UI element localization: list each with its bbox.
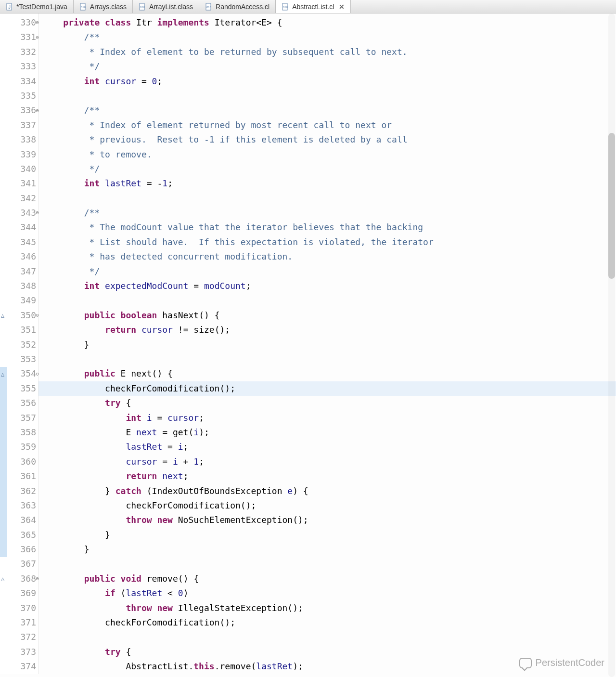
code-line[interactable]: public E next() { <box>38 366 616 381</box>
scrollbar-thumb[interactable] <box>608 133 615 279</box>
line-number[interactable]: 367 <box>0 557 38 571</box>
code-line[interactable]: checkForComodification(); <box>38 498 616 513</box>
line-number[interactable]: 346 <box>0 249 38 264</box>
line-number[interactable]: 361 <box>0 469 38 483</box>
editor-tab[interactable]: 010Arrays.class <box>74 0 133 13</box>
code-line[interactable]: lastRet = i; <box>38 440 616 454</box>
line-number[interactable]: 357 <box>0 411 38 425</box>
code-line[interactable] <box>38 352 616 366</box>
line-number[interactable]: 335 <box>0 89 38 103</box>
code-line[interactable]: * List should have. If this expectation … <box>38 235 616 249</box>
line-number[interactable]: 341 <box>0 176 38 191</box>
line-number[interactable]: 342 <box>0 191 38 206</box>
code-line[interactable]: int expectedModCount = modCount; <box>38 279 616 293</box>
code-line[interactable]: if (lastRet < 0) <box>38 586 616 600</box>
code-line[interactable]: private class Itr implements Iterator<E>… <box>38 15 616 30</box>
line-number[interactable]: 330⊖ <box>0 15 38 30</box>
fold-toggle-icon[interactable]: ⊖ <box>36 15 39 30</box>
line-number[interactable]: 368△⊖ <box>0 572 38 586</box>
line-number[interactable]: 369 <box>0 586 38 600</box>
editor-tab[interactable]: J*TestDemo1.java <box>0 0 74 13</box>
editor-tab[interactable]: 010RandomAccess.cl <box>199 0 276 13</box>
line-number[interactable]: 348 <box>0 279 38 293</box>
line-number[interactable]: 344 <box>0 220 38 234</box>
line-number[interactable]: 370 <box>0 601 38 615</box>
code-line[interactable]: * previous. Reset to -1 if this element … <box>38 132 616 147</box>
line-number[interactable]: 360 <box>0 455 38 469</box>
fold-toggle-icon[interactable]: ⊖ <box>36 206 39 220</box>
code-line[interactable]: * Index of element to be returned by sub… <box>38 45 616 59</box>
fold-toggle-icon[interactable]: ⊖ <box>36 308 39 323</box>
line-number[interactable]: 338 <box>0 132 38 147</box>
code-line[interactable]: return next; <box>38 469 616 483</box>
line-number[interactable]: 372 <box>0 630 38 644</box>
override-marker-icon[interactable]: △ <box>1 308 4 323</box>
code-line[interactable]: /** <box>38 103 616 117</box>
code-line[interactable]: * Index of element returned by most rece… <box>38 118 616 132</box>
line-number[interactable]: 333 <box>0 59 38 74</box>
line-number[interactable]: 349 <box>0 293 38 308</box>
line-number[interactable]: 352 <box>0 338 38 352</box>
code-line[interactable]: */ <box>38 264 616 279</box>
line-number[interactable]: 339 <box>0 147 38 162</box>
code-line[interactable]: } <box>38 528 616 542</box>
fold-toggle-icon[interactable]: ⊖ <box>36 572 39 586</box>
code-line[interactable]: public boolean hasNext() { <box>38 308 616 323</box>
line-number[interactable]: 336⊖ <box>0 103 38 117</box>
code-line[interactable]: */ <box>38 162 616 176</box>
code-line[interactable] <box>38 89 616 103</box>
line-number[interactable]: 366 <box>0 542 38 557</box>
line-number[interactable]: 373 <box>0 645 38 659</box>
override-marker-icon[interactable]: △ <box>1 366 4 381</box>
editor-tab[interactable]: 010AbstractList.cl✕ <box>276 0 351 13</box>
code-line[interactable]: /** <box>38 30 616 44</box>
editor-tab[interactable]: 010ArrayList.class <box>133 0 199 13</box>
vertical-scrollbar[interactable] <box>608 13 615 674</box>
fold-toggle-icon[interactable]: ⊖ <box>36 103 39 117</box>
code-line[interactable] <box>38 293 616 308</box>
line-number[interactable]: 337 <box>0 118 38 132</box>
line-number[interactable]: 371 <box>0 615 38 630</box>
line-number[interactable]: 365 <box>0 528 38 542</box>
close-icon[interactable]: ✕ <box>339 3 345 11</box>
code-line[interactable] <box>38 557 616 571</box>
line-number[interactable]: 354△⊖ <box>0 366 38 381</box>
code-line[interactable]: cursor = i + 1; <box>38 455 616 469</box>
code-line[interactable]: int lastRet = -1; <box>38 176 616 191</box>
line-number[interactable]: 332 <box>0 45 38 59</box>
code-line[interactable]: /** <box>38 206 616 220</box>
line-number[interactable]: 340 <box>0 162 38 176</box>
line-number[interactable]: 355 <box>0 381 38 396</box>
line-number[interactable]: 351 <box>0 323 38 337</box>
line-number[interactable]: 356 <box>0 396 38 410</box>
fold-toggle-icon[interactable]: ⊖ <box>36 366 39 381</box>
code-line[interactable]: int i = cursor; <box>38 411 616 425</box>
line-number[interactable]: 331⊖ <box>0 30 38 44</box>
code-line[interactable]: throw new NoSuchElementException(); <box>38 513 616 527</box>
line-number[interactable]: 345 <box>0 235 38 249</box>
code-line[interactable] <box>38 630 616 644</box>
code-line[interactable]: E next = get(i); <box>38 425 616 440</box>
code-line[interactable]: * The modCount value that the iterator b… <box>38 220 616 234</box>
line-number[interactable]: 350△⊖ <box>0 308 38 323</box>
line-number[interactable]: 334 <box>0 74 38 89</box>
fold-toggle-icon[interactable]: ⊖ <box>36 30 39 44</box>
override-marker-icon[interactable]: △ <box>1 572 4 586</box>
line-number[interactable]: 358 <box>0 425 38 440</box>
line-number[interactable]: 364 <box>0 513 38 527</box>
code-line[interactable]: checkForComodification(); <box>38 615 616 630</box>
code-line[interactable]: throw new IllegalStateException(); <box>38 601 616 615</box>
line-number[interactable]: 363 <box>0 498 38 513</box>
line-number[interactable]: 343⊖ <box>0 206 38 220</box>
line-number[interactable]: 353 <box>0 352 38 366</box>
line-number[interactable]: 359 <box>0 440 38 454</box>
code-area[interactable]: private class Itr implements Iterator<E>… <box>38 13 616 674</box>
code-line[interactable]: } catch (IndexOutOfBoundsException e) { <box>38 484 616 498</box>
code-line[interactable]: int cursor = 0; <box>38 74 616 89</box>
line-number[interactable]: 347 <box>0 264 38 279</box>
code-line[interactable]: public void remove() { <box>38 572 616 586</box>
line-number[interactable]: 362 <box>0 484 38 498</box>
code-line[interactable]: * has detected concurrent modification. <box>38 249 616 264</box>
code-line[interactable]: } <box>38 542 616 557</box>
code-line[interactable] <box>38 191 616 206</box>
